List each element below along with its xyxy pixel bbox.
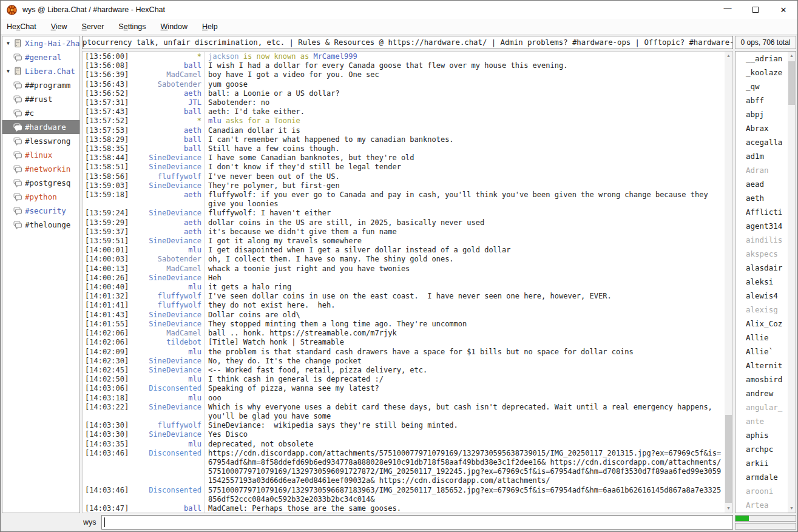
chat-scrollbar[interactable]: ▲ ▼ [725, 52, 732, 513]
nick-label[interactable]: Sabotender [130, 80, 201, 89]
nick-label[interactable]: ball [130, 135, 201, 144]
userlist-user[interactable]: arkii [735, 456, 788, 470]
nick-label[interactable]: tildebot [130, 338, 201, 347]
nick-label[interactable]: SineDeviance [130, 366, 201, 375]
nick-label[interactable]: MadCamel [130, 329, 201, 338]
nick-label[interactable]: mlu [130, 283, 201, 292]
userlist-user[interactable]: aindilis [735, 233, 788, 247]
userlist-user[interactable]: ante [735, 414, 788, 428]
nick-label[interactable]: MadCamel [130, 264, 201, 274]
tree-channel-#networkin[interactable]: #networkin [2, 162, 79, 176]
tree-channel-#hardware[interactable]: #hardware [2, 120, 79, 134]
chat-scroll-thumb[interactable] [725, 415, 732, 503]
userlist-user[interactable]: Artea [735, 498, 788, 512]
nick-label[interactable]: SineDeviance [130, 274, 201, 283]
nick-label[interactable]: ball [130, 504, 201, 513]
nick-label[interactable]: SineDeviance [130, 209, 201, 218]
tree-channel-#lesswrong[interactable]: #lesswrong [2, 134, 79, 148]
nick-label[interactable]: fluffywolf [130, 292, 201, 301]
userlist-user[interactable]: Alternit [735, 359, 788, 372]
nick-label[interactable]: mlu [130, 348, 201, 357]
userlist-user[interactable]: armdale [735, 470, 788, 484]
nick-label[interactable]: ball [130, 107, 201, 116]
topic-bar[interactable]: ptocurrency talk, unfair discrimination,… [82, 36, 733, 49]
nick-label[interactable]: mlu [130, 246, 201, 255]
tree-channel-##rust[interactable]: ##rust [2, 92, 79, 106]
menu-hexchat[interactable]: HexChat [7, 22, 36, 31]
nick-label[interactable]: ball [130, 144, 201, 153]
userlist-user[interactable]: acegalla [735, 135, 788, 149]
nick-label[interactable]: JTL [130, 98, 201, 107]
nick-label[interactable]: SineDeviance [130, 163, 201, 172]
nick-label[interactable]: mlu [130, 440, 201, 449]
nick-label[interactable]: * [130, 116, 201, 126]
userlist-user[interactable]: Allie` [735, 345, 788, 359]
nick-label[interactable]: SineDeviance [130, 153, 201, 163]
tree-channel-##programm[interactable]: ##programm [2, 78, 79, 92]
nick-label[interactable]: ball [130, 61, 201, 70]
nick-label[interactable]: fluffywolf [130, 172, 201, 181]
userlist-user[interactable]: ad1m [735, 149, 788, 163]
userlist-user[interactable]: alewis4 [735, 289, 788, 303]
nick-label[interactable]: aeth [130, 227, 201, 237]
nick-label[interactable]: SineDeviance [130, 237, 201, 246]
userlist-user[interactable]: akspecs [735, 247, 788, 261]
tree-channel-#c[interactable]: #c [2, 106, 79, 120]
userlist-scroll-thumb[interactable] [788, 61, 795, 105]
minimize-button[interactable]: — [714, 1, 742, 19]
userlist-user[interactable]: aleksi [735, 275, 788, 289]
tree-channel-#thelounge[interactable]: #thelounge [2, 218, 79, 232]
userlist-user[interactable]: aeth [735, 191, 788, 205]
userlist-user[interactable]: aead [735, 177, 788, 191]
scroll-down-icon[interactable]: ▼ [788, 504, 796, 513]
nick-label[interactable]: SineDeviance [130, 430, 201, 439]
nick-label[interactable]: aeth [130, 89, 201, 98]
menu-server[interactable]: Server [82, 22, 104, 31]
tree-channel-#general[interactable]: #general [2, 50, 79, 64]
tree-channel-#postgresq[interactable]: #postgresq [2, 176, 79, 190]
nick-label[interactable]: Sabotender [130, 255, 201, 264]
userlist-user[interactable]: Alix_Coz [735, 317, 788, 331]
userlist-scrollbar[interactable]: ▲ ▼ [788, 52, 796, 513]
nick-label[interactable]: SineDeviance [130, 181, 201, 190]
nick-label[interactable]: SineDeviance [130, 403, 201, 421]
maximize-button[interactable] [742, 1, 769, 19]
userlist-user[interactable]: _qw [735, 79, 788, 93]
userlist-user[interactable]: aphis [735, 428, 788, 442]
tree-channel-#security[interactable]: #security [2, 204, 79, 218]
userlist-user[interactable]: __adrian [735, 52, 788, 66]
userlist-user[interactable]: Afflicti [735, 205, 788, 219]
userlist-user[interactable]: _koolaze [735, 66, 788, 79]
userlist-user[interactable]: abpj [735, 107, 788, 121]
nick-label[interactable]: * [130, 52, 201, 61]
userlist-user[interactable]: alexisg [735, 303, 788, 317]
tree-expander-icon[interactable]: ▼ [2, 69, 12, 74]
menu-window[interactable]: Window [161, 22, 188, 31]
nick-label[interactable]: Disconsented [130, 384, 201, 393]
userlist-user[interactable]: andrew [735, 386, 788, 400]
menu-view[interactable]: View [51, 22, 67, 31]
tree-server-Xing-Hai-Zha[interactable]: ▼Xing-Hai-Zha [2, 36, 79, 50]
userlist-user[interactable]: angular_ [735, 400, 788, 414]
nick-label[interactable]: SineDeviance [130, 320, 201, 329]
tree-server-Libera.Chat[interactable]: ▼Libera.Chat [2, 64, 79, 78]
nick-label[interactable]: aeth [130, 218, 201, 227]
userlist-user[interactable]: alasdair [735, 261, 788, 275]
nick-label[interactable]: mlu [130, 394, 201, 403]
nick-label[interactable]: SineDeviance [130, 357, 201, 366]
nick-label[interactable]: fluffywolf [130, 421, 201, 430]
userlist-user[interactable]: Adran [735, 163, 788, 177]
userlist-user[interactable]: archpc [735, 442, 788, 456]
scroll-up-icon[interactable]: ▲ [725, 52, 732, 60]
nick-button[interactable]: wys [83, 518, 96, 527]
nick-label[interactable]: mlu [130, 375, 201, 384]
menu-settings[interactable]: Settings [118, 22, 146, 31]
nick-label[interactable]: aeth [130, 126, 201, 135]
userlist-user[interactable]: agent314 [735, 219, 788, 233]
nick-label[interactable]: Disconsented [130, 486, 201, 504]
userlist-user[interactable]: Allie [735, 331, 788, 345]
close-button[interactable]: ✕ [769, 1, 797, 19]
tree-channel-#python[interactable]: #python [2, 190, 79, 204]
userlist-user[interactable]: abff [735, 93, 788, 107]
nick-label[interactable]: Disconsented [130, 449, 201, 486]
